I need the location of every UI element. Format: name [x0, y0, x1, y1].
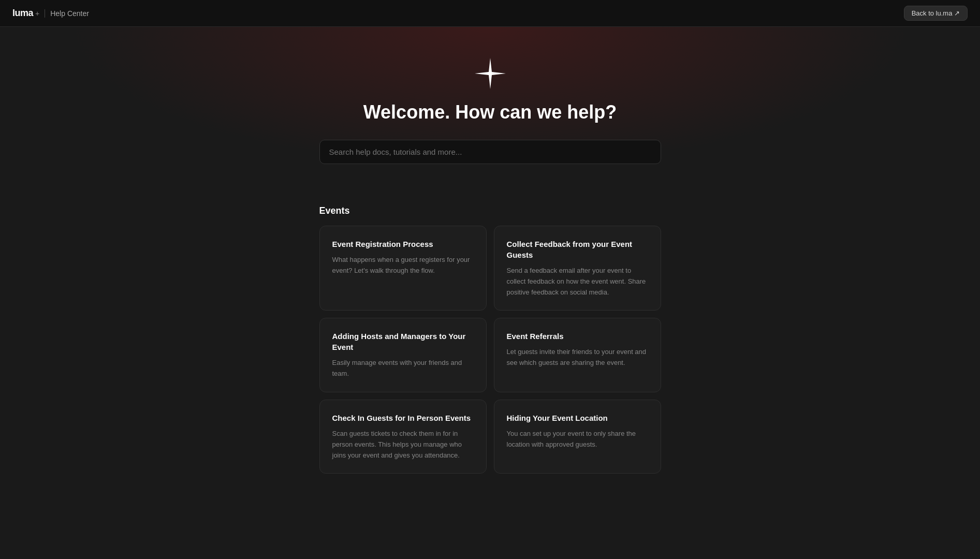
card-desc-hiding-location: You can set up your event to only share … [507, 429, 648, 450]
card-title-event-referrals: Event Referrals [507, 331, 648, 342]
header-divider [45, 9, 45, 18]
logo-text: luma [12, 8, 33, 19]
card-desc-adding-hosts: Easily manage events with your friends a… [332, 358, 474, 379]
card-desc-event-registration: What happens when a guest registers for … [332, 255, 474, 276]
hero-section: Welcome. How can we help? [0, 27, 980, 190]
card-check-in-guests[interactable]: Check In Guests for In Person Events Sca… [319, 400, 487, 474]
header: luma+ Help Center Back to lu.ma ↗ [0, 0, 980, 27]
card-adding-hosts[interactable]: Adding Hosts and Managers to Your Event … [319, 318, 487, 392]
hero-title: Welcome. How can we help? [363, 101, 617, 123]
card-title-collect-feedback: Collect Feedback from your Event Guests [507, 239, 648, 260]
events-section: Events Event Registration Process What h… [309, 190, 671, 505]
card-desc-event-referrals: Let guests invite their friends to your … [507, 347, 648, 369]
card-title-adding-hosts: Adding Hosts and Managers to Your Event [332, 331, 474, 352]
card-desc-check-in-guests: Scan guests tickets to check them in for… [332, 429, 474, 461]
cards-grid: Event Registration Process What happens … [319, 226, 661, 474]
card-title-event-registration: Event Registration Process [332, 239, 474, 249]
card-title-check-in-guests: Check In Guests for In Person Events [332, 413, 474, 423]
card-desc-collect-feedback: Send a feedback email after your event t… [507, 266, 648, 298]
header-left: luma+ Help Center [12, 8, 89, 19]
card-title-hiding-location: Hiding Your Event Location [507, 413, 648, 423]
card-event-registration[interactable]: Event Registration Process What happens … [319, 226, 487, 311]
card-collect-feedback[interactable]: Collect Feedback from your Event Guests … [494, 226, 661, 311]
logo: luma+ [12, 8, 39, 19]
main-content: Welcome. How can we help? Events Event R… [0, 0, 980, 505]
logo-plus: + [35, 9, 39, 18]
events-section-title: Events [319, 205, 661, 216]
back-to-luma-button[interactable]: Back to lu.ma ↗ [904, 6, 968, 21]
card-hiding-location[interactable]: Hiding Your Event Location You can set u… [494, 400, 661, 474]
star-icon [475, 58, 506, 89]
header-title: Help Center [50, 9, 89, 18]
search-input[interactable] [319, 140, 661, 164]
card-event-referrals[interactable]: Event Referrals Let guests invite their … [494, 318, 661, 392]
